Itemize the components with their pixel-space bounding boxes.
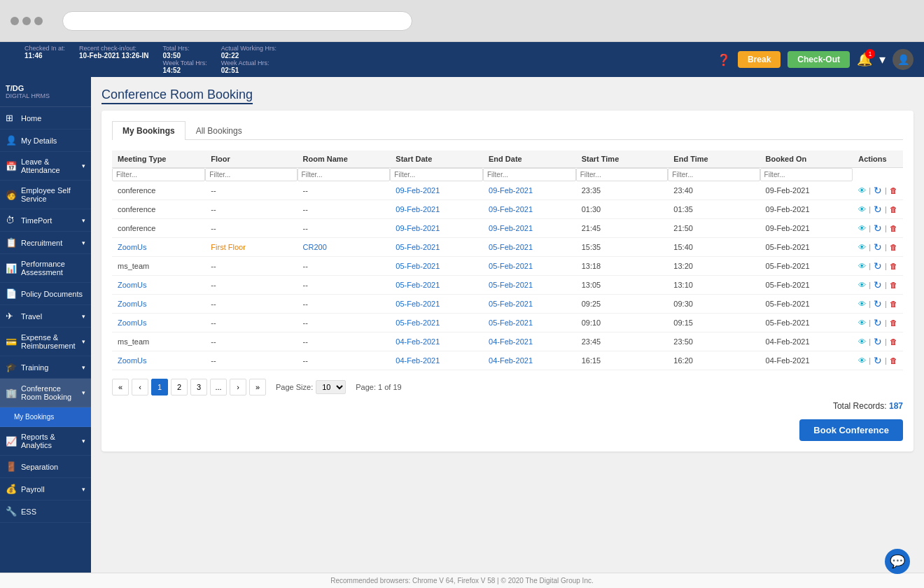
sidebar-item-ess[interactable]: 🔧 ESS (0, 500, 91, 523)
filter-room-name[interactable] (298, 168, 391, 181)
refresh-icon-1[interactable]: ↻ (874, 204, 882, 215)
sidebar-item-travel[interactable]: ✈ Travel ▾ (0, 305, 91, 328)
view-icon-7[interactable]: 👁 (858, 318, 866, 327)
filter-end-time[interactable] (668, 168, 760, 181)
cell-room-name: -- (298, 257, 391, 276)
filter-end-date[interactable] (483, 168, 576, 181)
page-next-last[interactable]: » (249, 379, 266, 396)
filter-booked-on[interactable] (760, 168, 853, 181)
delete-icon-1[interactable]: 🗑 (890, 205, 897, 214)
page-prev-first[interactable]: « (112, 379, 129, 396)
refresh-icon-0[interactable]: ↻ (874, 185, 882, 196)
tab-my-bookings[interactable]: My Bookings (112, 121, 186, 140)
page-btn-1[interactable]: 1 (151, 379, 168, 396)
sidebar-item-recruitment[interactable]: 📋 Recruitment ▾ (0, 232, 91, 254)
col-booked-on: Booked On (760, 150, 853, 168)
cell-start-time: 09:10 (576, 314, 668, 332)
cell-meeting-type: ZoomUs (112, 351, 205, 370)
tab-all-bookings[interactable]: All Bookings (186, 121, 253, 140)
view-icon-9[interactable]: 👁 (858, 356, 866, 365)
checkout-button[interactable]: Check-Out (788, 51, 850, 68)
cell-end-time: 15:40 (668, 238, 760, 257)
filter-start-date[interactable] (390, 168, 483, 181)
refresh-icon-5[interactable]: ↻ (874, 279, 882, 290)
delete-icon-3[interactable]: 🗑 (890, 243, 897, 251)
sidebar-item-timeport[interactable]: ⏱ TimePort ▾ (0, 209, 91, 232)
notifications-icon[interactable]: 🔔 1 (857, 52, 872, 67)
page-next[interactable]: › (230, 379, 246, 396)
chat-button[interactable]: 💬 (885, 549, 910, 574)
tabs: My Bookings All Bookings (112, 121, 903, 140)
delete-icon-6[interactable]: 🗑 (890, 300, 897, 308)
sidebar-item-payroll[interactable]: 💰 Payroll ▾ (0, 478, 91, 500)
refresh-icon-2[interactable]: ↻ (874, 223, 882, 234)
cell-meeting-type: ZoomUs (112, 314, 205, 332)
page-prev[interactable]: ‹ (132, 379, 148, 396)
delete-icon-7[interactable]: 🗑 (890, 318, 897, 327)
cell-start-date: 05-Feb-2021 (390, 257, 483, 276)
delete-icon-9[interactable]: 🗑 (890, 356, 897, 365)
view-icon-5[interactable]: 👁 (858, 281, 866, 289)
view-icon-1[interactable]: 👁 (858, 205, 866, 214)
filter-floor[interactable] (205, 168, 297, 181)
refresh-icon-9[interactable]: ↻ (874, 355, 882, 366)
delete-icon-0[interactable]: 🗑 (890, 186, 897, 195)
payroll-chevron: ▾ (82, 486, 85, 493)
cell-booked-on: 05-Feb-2021 (760, 276, 853, 295)
sidebar-item-reports[interactable]: 📈 Reports & Analytics ▾ (0, 427, 91, 456)
delete-icon-4[interactable]: 🗑 (890, 262, 897, 270)
refresh-icon-3[interactable]: ↻ (874, 241, 882, 253)
table-row: conference -- -- 09-Feb-2021 09-Feb-2021… (112, 219, 903, 238)
week-actual-label: Week Actual Hrs: (221, 59, 276, 66)
refresh-icon-4[interactable]: ↻ (874, 260, 882, 272)
col-actions: Actions (853, 150, 903, 168)
sep2-7: | (885, 318, 887, 327)
cell-end-date: 05-Feb-2021 (483, 276, 576, 295)
refresh-icon-6[interactable]: ↻ (874, 298, 882, 309)
cell-start-date: 05-Feb-2021 (390, 295, 483, 314)
view-icon-0[interactable]: 👁 (858, 186, 866, 195)
filter-meeting-type[interactable] (112, 168, 205, 181)
delete-icon-8[interactable]: 🗑 (890, 337, 897, 346)
filter-start-time[interactable] (576, 168, 668, 181)
help-button[interactable]: ❓ (717, 53, 731, 66)
sidebar-item-ess2[interactable]: 🧑 Employee Self Service (0, 181, 91, 209)
sidebar-item-expense[interactable]: 💳 Expense & Reimbursement ▾ (0, 328, 91, 356)
refresh-icon-7[interactable]: ↻ (874, 317, 882, 328)
delete-icon-2[interactable]: 🗑 (890, 224, 897, 232)
sidebar-label-reports: Reports & Analytics (21, 433, 78, 449)
sidebar-item-separation[interactable]: 🚪 Separation (0, 456, 91, 478)
cell-start-date: 09-Feb-2021 (390, 219, 483, 238)
break-button[interactable]: Break (738, 51, 780, 68)
avatar[interactable]: 👤 (892, 49, 913, 70)
browser-address-bar[interactable] (62, 11, 412, 31)
book-conference-button[interactable]: Book Conference (799, 419, 903, 441)
sidebar-item-mydetails[interactable]: 👤 My Details (0, 130, 91, 152)
logo-brand: T/DG (6, 84, 50, 92)
sidebar-item-performance[interactable]: 📊 Performance Assessment (0, 254, 91, 283)
sidebar-item-leave[interactable]: 📅 Leave & Attendance ▾ (0, 152, 91, 181)
page-btn-3[interactable]: 3 (190, 379, 207, 396)
page-btn-2[interactable]: 2 (171, 379, 188, 396)
cell-start-date: 09-Feb-2021 (390, 200, 483, 219)
cell-end-time: 09:15 (668, 314, 760, 332)
sidebar-item-policy[interactable]: 📄 Policy Documents (0, 283, 91, 305)
cell-start-time: 23:35 (576, 181, 668, 200)
view-icon-8[interactable]: 👁 (858, 337, 866, 346)
page-info: Page: 1 of 19 (356, 383, 401, 391)
delete-icon-5[interactable]: 🗑 (890, 281, 897, 289)
view-icon-2[interactable]: 👁 (858, 224, 866, 232)
page-size-select[interactable]: 10 25 50 (316, 380, 346, 394)
view-icon-3[interactable]: 👁 (858, 243, 866, 251)
refresh-icon-8[interactable]: ↻ (874, 336, 882, 347)
view-icon-6[interactable]: 👁 (858, 300, 866, 308)
leave-chevron: ▾ (82, 162, 85, 169)
sidebar-item-training[interactable]: 🎓 Training ▾ (0, 356, 91, 379)
view-icon-4[interactable]: 👁 (858, 262, 866, 270)
sidebar-item-conference[interactable]: 🏢 Conference Room Booking ▾ (0, 379, 91, 407)
cell-end-time: 13:10 (668, 276, 760, 295)
sidebar-item-mybookings[interactable]: My Bookings (0, 407, 91, 427)
cell-actions: 👁 | ↻ | 🗑 (853, 181, 903, 200)
user-menu-icon[interactable]: ▾ (879, 52, 886, 67)
sidebar-item-home[interactable]: ⊞ Home (0, 107, 91, 130)
